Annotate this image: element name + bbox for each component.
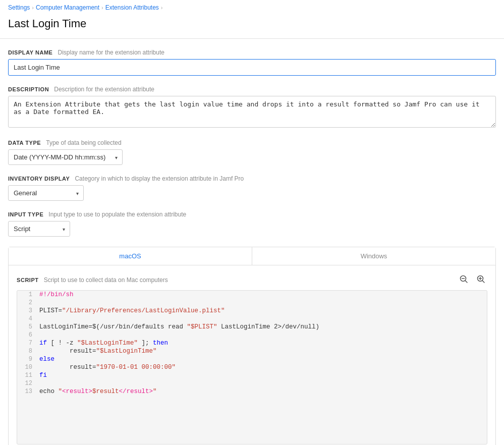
- page-title: Last Login Time: [0, 15, 504, 38]
- code-line-18: [17, 428, 487, 436]
- code-line-1: 1 #!/bin/sh: [17, 291, 487, 299]
- description-label: DESCRIPTION: [8, 86, 49, 92]
- breadcrumb-sep-1: ›: [32, 5, 34, 11]
- code-editor[interactable]: 1 #!/bin/sh 2 3 PLIST="/Library/Preferen…: [17, 290, 487, 444]
- code-line-11: 11 fi: [17, 371, 487, 379]
- code-lines: 1 #!/bin/sh 2 3 PLIST="/Library/Preferen…: [17, 291, 487, 444]
- data-type-label: DATA TYPE: [8, 140, 41, 146]
- script-label: SCRIPT: [17, 277, 39, 283]
- input-type-label: INPUT TYPE: [8, 211, 43, 217]
- display-name-label-row: DISPLAY NAME Display name for the extens…: [8, 49, 496, 56]
- inventory-display-hint: Category in which to display the extensi…: [75, 175, 244, 182]
- script-section: SCRIPT Script to use to collect data on …: [17, 273, 487, 444]
- input-type-select-wrapper: Script Text Field Pop-up Menu ▾: [8, 221, 70, 237]
- code-line-3: 3 PLIST="/Library/Preferences/LastLoginV…: [17, 307, 487, 315]
- inventory-display-select[interactable]: General Hardware Software User and Locat…: [8, 185, 84, 201]
- tab-windows[interactable]: Windows: [252, 247, 495, 265]
- zoom-out-icon: [459, 274, 468, 284]
- breadcrumb-extension-attributes[interactable]: Extension Attributes: [105, 4, 159, 11]
- os-tabs-container: macOS Windows SCRIPT Script to use to co…: [8, 247, 496, 445]
- code-line-6: 6: [17, 331, 487, 339]
- code-line-13: 13 echo "<result>$result</result>": [17, 387, 487, 396]
- zoom-out-button[interactable]: [457, 273, 470, 286]
- title-divider: [0, 38, 504, 39]
- description-hint: Description for the extension attribute: [54, 86, 154, 93]
- code-line-2: 2: [17, 299, 487, 307]
- breadcrumb-sep-3: ›: [161, 5, 163, 11]
- code-line-10: 10 result="1970-01-01 00:00:00": [17, 363, 487, 371]
- code-line-8: 8 result="$LastLoginTime": [17, 347, 487, 355]
- zoom-in-button[interactable]: [474, 273, 487, 286]
- input-type-select[interactable]: Script Text Field Pop-up Menu: [8, 221, 70, 237]
- zoom-in-icon: [476, 274, 485, 284]
- display-name-input[interactable]: [8, 59, 496, 76]
- input-type-group: INPUT TYPE Input type to use to populate…: [8, 211, 496, 237]
- data-type-select[interactable]: Date (YYYY-MM-DD hh:mm:ss) String Intege…: [8, 149, 123, 165]
- code-line-9: 9 else: [17, 355, 487, 363]
- code-line-19: [17, 436, 487, 444]
- tab-macos[interactable]: macOS: [9, 247, 252, 265]
- script-hint: Script to use to collect data on Mac com…: [44, 276, 168, 284]
- input-type-label-row: INPUT TYPE Input type to use to populate…: [8, 211, 496, 218]
- data-type-select-wrapper: Date (YYYY-MM-DD hh:mm:ss) String Intege…: [8, 149, 123, 165]
- code-line-4: 4: [17, 315, 487, 323]
- data-type-label-row: DATA TYPE Type of data being collected: [8, 139, 496, 146]
- script-label-group: SCRIPT Script to use to collect data on …: [17, 276, 168, 284]
- data-type-group: DATA TYPE Type of data being collected D…: [8, 139, 496, 165]
- os-tabs-bar: macOS Windows: [9, 247, 495, 265]
- display-name-label: DISPLAY NAME: [8, 49, 53, 55]
- script-header-row: SCRIPT Script to use to collect data on …: [17, 273, 487, 286]
- code-line-14: [17, 396, 487, 404]
- code-line-15: [17, 404, 487, 412]
- display-name-hint: Display name for the extension attribute: [58, 49, 164, 56]
- display-name-group: DISPLAY NAME Display name for the extens…: [8, 49, 496, 76]
- inventory-display-select-wrapper: General Hardware Software User and Locat…: [8, 185, 84, 201]
- breadcrumb-sep-2: ›: [101, 5, 103, 11]
- svg-line-1: [466, 281, 468, 283]
- tab-body-macos: SCRIPT Script to use to collect data on …: [9, 265, 495, 445]
- description-group: DESCRIPTION Description for the extensio…: [8, 86, 496, 129]
- breadcrumb: Settings › Computer Management › Extensi…: [0, 0, 504, 15]
- data-type-hint: Type of data being collected: [46, 139, 121, 146]
- input-type-hint: Input type to use to populate the extens…: [48, 211, 186, 218]
- breadcrumb-computer-management[interactable]: Computer Management: [36, 4, 99, 11]
- code-line-17: [17, 420, 487, 428]
- code-line-12: 12: [17, 379, 487, 387]
- description-label-row: DESCRIPTION Description for the extensio…: [8, 86, 496, 93]
- inventory-display-group: INVENTORY DISPLAY Category in which to d…: [8, 175, 496, 201]
- inventory-display-label: INVENTORY DISPLAY: [8, 176, 70, 182]
- breadcrumb-settings[interactable]: Settings: [8, 4, 30, 11]
- code-line-7: 7 if [ ! -z "$LastLoginTime" ]; then: [17, 339, 487, 347]
- form-content: DISPLAY NAME Display name for the extens…: [0, 49, 504, 445]
- svg-line-4: [483, 281, 485, 283]
- code-line-5: 5 LastLoginTime=$(/usr/bin/defaults read…: [17, 323, 487, 331]
- inventory-display-label-row: INVENTORY DISPLAY Category in which to d…: [8, 175, 496, 182]
- zoom-controls: [457, 273, 487, 286]
- code-line-16: [17, 412, 487, 420]
- description-input[interactable]: An Extension Attribute that gets the las…: [8, 96, 496, 128]
